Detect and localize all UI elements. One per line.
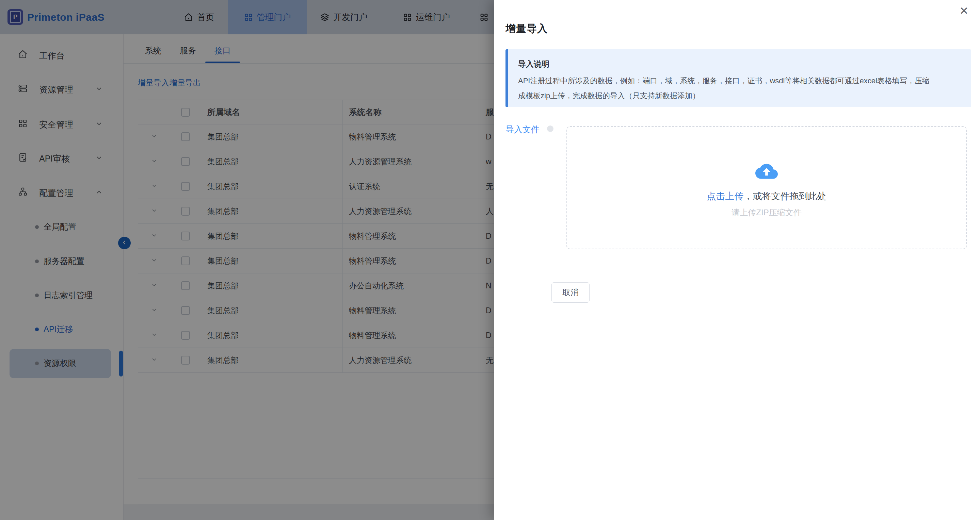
import-file-label: 导入文件 (506, 124, 539, 135)
dropzone-hint: 请上传ZIP压缩文件 (567, 207, 966, 218)
file-dropzone[interactable]: 点击上传，或将文件拖到此处 请上传ZIP压缩文件 (566, 126, 967, 249)
alert-accent-bar (506, 49, 508, 107)
cancel-button[interactable]: 取消 (552, 282, 590, 303)
close-icon[interactable]: ✕ (956, 3, 972, 18)
dropzone-instruction: 点击上传，或将文件拖到此处 (567, 190, 966, 202)
upload-status-dot-icon (547, 125, 554, 132)
alert-text: API注册过程中所涉及的数据，例如：端口，域，系统，服务，接口，证书，wsdl等… (518, 73, 934, 103)
cloud-upload-icon (567, 162, 966, 181)
click-upload-link[interactable]: 点击上传 (707, 191, 744, 201)
drawer-title: 增量导入 (506, 22, 548, 36)
alert-title: 导入说明 (518, 59, 934, 70)
incremental-import-drawer: 增量导入 ✕ 导入说明 API注册过程中所涉及的数据，例如：端口，域，系统，服务… (494, 0, 980, 520)
import-instructions-alert: 导入说明 API注册过程中所涉及的数据，例如：端口，域，系统，服务，接口，证书，… (506, 49, 971, 107)
